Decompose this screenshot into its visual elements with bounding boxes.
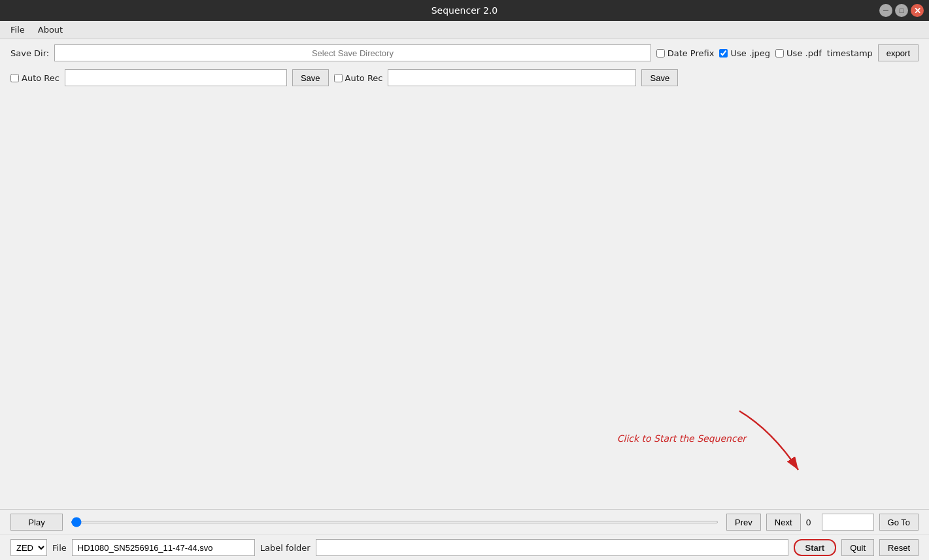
menu-file[interactable]: File (5, 23, 30, 37)
window-title: Sequencer 2.0 (431, 5, 498, 16)
label-folder-input[interactable] (316, 539, 788, 556)
main-content: Save Dir: Date Prefix Use .jpeg Use .pdf… (0, 39, 929, 560)
autorec2-checkbox[interactable] (334, 74, 343, 82)
menu-about[interactable]: About (33, 23, 68, 37)
file-label: File (52, 543, 67, 553)
autorec1-checkbox[interactable] (10, 74, 19, 82)
use-jpeg-checkbox[interactable] (719, 49, 728, 58)
goto-button[interactable]: Go To (879, 514, 919, 531)
menu-bar: File About (0, 21, 929, 39)
toolbar-row: Save Dir: Date Prefix Use .jpeg Use .pdf… (0, 39, 929, 67)
prev-button[interactable]: Prev (726, 514, 761, 531)
title-bar: Sequencer 2.0 ─ □ ✕ (0, 0, 929, 21)
bottom-bar: Play Prev Next 0 Go To ZED File Label fo… (0, 509, 929, 560)
minimize-button[interactable]: ─ (879, 4, 892, 17)
timestamp-label: timestamp (827, 48, 873, 58)
date-prefix-checkbox[interactable] (656, 49, 665, 58)
autorec1-input[interactable] (65, 69, 287, 86)
autorec2-label: Auto Rec (345, 73, 383, 83)
autorec1-group: Auto Rec (10, 73, 59, 83)
autorec1-save-button[interactable]: Save (292, 69, 329, 86)
annotation-text: Click to Start the Sequencer (617, 433, 746, 444)
play-button[interactable]: Play (10, 514, 63, 531)
use-pdf-label: Use .pdf (786, 48, 822, 58)
use-pdf-checkbox[interactable] (775, 49, 784, 58)
date-prefix-group: Date Prefix (656, 48, 715, 58)
autorec-row1: Auto Rec Save Auto Rec Save (0, 67, 929, 89)
label-folder-label: Label folder (260, 543, 311, 553)
status-row: ZED File Label folder Start Quit Reset (0, 535, 929, 560)
playback-row: Play Prev Next 0 Go To (0, 510, 929, 535)
use-pdf-group: Use .pdf (775, 48, 822, 58)
start-button[interactable]: Start (794, 539, 837, 556)
autorec2-save-button[interactable]: Save (641, 69, 678, 86)
close-button[interactable]: ✕ (911, 4, 924, 17)
maximize-button[interactable]: □ (895, 4, 908, 17)
annotation-arrow (733, 404, 811, 483)
quit-button[interactable]: Quit (841, 539, 874, 556)
save-dir-input[interactable] (54, 44, 650, 61)
frame-count: 0 (806, 518, 817, 527)
autorec2-input[interactable] (388, 69, 636, 86)
reset-button[interactable]: Reset (879, 539, 919, 556)
autorec2-group: Auto Rec (334, 73, 383, 83)
annotation-area: Click to Start the Sequencer (0, 89, 929, 509)
save-dir-label: Save Dir: (10, 48, 49, 58)
export-button[interactable]: export (878, 44, 919, 61)
camera-select[interactable]: ZED (10, 539, 47, 556)
next-button[interactable]: Next (766, 514, 801, 531)
playback-slider[interactable] (71, 521, 718, 523)
autorec1-label: Auto Rec (22, 73, 59, 83)
use-jpeg-group: Use .jpeg (719, 48, 770, 58)
date-prefix-label: Date Prefix (667, 48, 715, 58)
file-input[interactable] (72, 539, 255, 556)
goto-input[interactable] (822, 514, 874, 531)
use-jpeg-label: Use .jpeg (730, 48, 770, 58)
